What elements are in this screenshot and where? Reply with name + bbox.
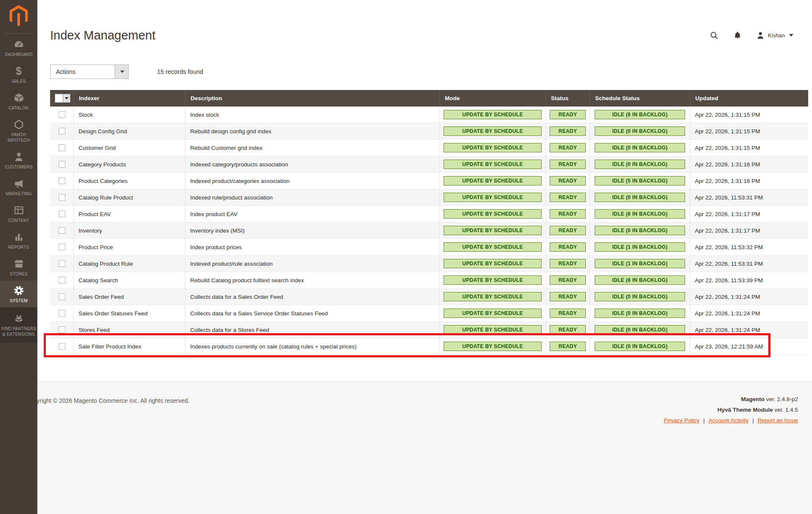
mode-badge: UPDATE BY SCHEDULE: [444, 242, 542, 252]
schedule-status-badge: IDLE (0 IN BACKLOG): [595, 126, 685, 136]
reports-icon: [1, 231, 37, 243]
table-row: Sale Filter Product Index Indexes produc…: [50, 338, 808, 355]
row-checkbox[interactable]: [59, 144, 65, 151]
sidebar-item-system[interactable]: SYSTEM: [0, 281, 37, 307]
indexer-cell: Customer Grid: [73, 140, 185, 156]
row-checkbox[interactable]: [59, 277, 65, 284]
sidebar-item-catalog[interactable]: CATALOG: [0, 88, 37, 115]
status-badge: READY: [550, 325, 586, 334]
select-all-dropdown[interactable]: [55, 94, 70, 103]
table-header-row: Indexer Description Mode Status Schedule…: [50, 90, 808, 107]
row-checkbox[interactable]: [59, 227, 65, 234]
description-cell: Index product prices: [185, 239, 439, 255]
column-header-status[interactable]: Status: [545, 90, 590, 107]
column-header-updated[interactable]: Updated: [690, 90, 808, 107]
main-content: Index Management Kishan Actions 15 recor…: [37, 0, 812, 514]
sidebar-item-label: CONTENT: [1, 218, 37, 223]
table-row: Catalog Search Rebuild Catalog product f…: [50, 272, 808, 289]
index-management-grid: Indexer Description Mode Status Schedule…: [50, 90, 808, 355]
footer-link-account-activity[interactable]: Account Activity: [708, 417, 749, 424]
sidebar-item-marketing[interactable]: MARKETING: [0, 174, 37, 200]
column-header-indexer[interactable]: Indexer: [73, 90, 185, 107]
sidebar-item-customers[interactable]: CUSTOMERS: [0, 147, 37, 174]
column-header-mode[interactable]: Mode: [439, 90, 545, 107]
row-checkbox[interactable]: [59, 194, 65, 201]
status-badge: READY: [550, 193, 586, 202]
footer-links: Privacy Policy | Account Activity | Repo…: [664, 415, 798, 426]
row-checkbox[interactable]: [59, 310, 65, 317]
extensions-icon: [1, 313, 37, 324]
status-badge: READY: [550, 126, 586, 136]
table-row: Catalog Rule Product Indexed rule/produc…: [50, 189, 808, 206]
table-row: Sales Order Feed Collects data for a Sal…: [50, 289, 808, 305]
row-checkbox[interactable]: [59, 177, 65, 184]
select-all-checkbox[interactable]: [55, 94, 63, 102]
actions-dropdown-arrow[interactable]: [115, 65, 128, 79]
system-icon: [1, 285, 37, 296]
footer-link-privacy-policy[interactable]: Privacy Policy: [664, 417, 700, 424]
caret-down-icon: [789, 34, 793, 37]
description-cell: Indexes products currently on sale (cata…: [185, 338, 439, 354]
mode-badge: UPDATE BY SCHEDULE: [444, 259, 542, 268]
table-row: Design Config Grid Rebuild design config…: [50, 123, 808, 140]
sidebar-item-content[interactable]: CONTENT: [0, 200, 37, 227]
status-badge: READY: [550, 309, 586, 318]
sidebar-item-panth[interactable]: PANTH INFOTECH: [0, 115, 37, 147]
updated-cell: Apr 22, 2026, 11:53:31 PM: [690, 189, 808, 205]
updated-cell: Apr 22, 2026, 11:53:32 PM: [690, 239, 808, 255]
table-row: Product Price Index product prices UPDAT…: [50, 239, 808, 256]
user-name: Kishan: [768, 32, 785, 39]
status-badge: READY: [550, 110, 586, 119]
indexer-cell: Product Categories: [73, 173, 185, 189]
schedule-status-badge: IDLE (0 IN BACKLOG): [595, 160, 685, 169]
sidebar-item-sales[interactable]: $ SALES: [0, 61, 37, 88]
page-title: Index Management: [50, 28, 155, 42]
indexer-cell: Catalog Product Rule: [73, 256, 185, 272]
row-checkbox[interactable]: [59, 293, 65, 300]
magento-logo[interactable]: [0, 0, 37, 28]
table-row: Category Products Indexed category/produ…: [50, 156, 808, 173]
updated-cell: Apr 22, 2026, 11:53:39 PM: [690, 272, 808, 288]
indexer-cell: Catalog Search: [73, 272, 185, 288]
sidebar-item-stores[interactable]: STORES: [0, 254, 37, 281]
customers-icon: [1, 151, 37, 163]
footer-link-report-an-issue[interactable]: Report an Issue: [758, 417, 798, 424]
status-badge: READY: [550, 259, 586, 268]
row-checkbox[interactable]: [59, 111, 65, 118]
row-checkbox[interactable]: [59, 128, 65, 135]
notifications-icon[interactable]: [733, 31, 742, 40]
indexer-cell: Sales Order Feed: [73, 289, 185, 305]
select-all-arrow[interactable]: [63, 94, 70, 102]
mode-badge: UPDATE BY SCHEDULE: [444, 325, 542, 334]
stores-icon: [1, 258, 37, 270]
row-checkbox[interactable]: [59, 260, 65, 267]
description-cell: Inventory index (MSI): [185, 222, 439, 239]
actions-dropdown[interactable]: Actions: [50, 65, 129, 79]
updated-cell: Apr 22, 2026, 11:53:31 PM: [690, 256, 808, 272]
table-row: Stores Feed Collects data for a Stores F…: [50, 322, 808, 338]
row-checkbox[interactable]: [59, 326, 65, 333]
row-checkbox[interactable]: [59, 211, 65, 217]
indexer-cell: Product EAV: [73, 206, 185, 222]
row-checkbox[interactable]: [59, 244, 65, 250]
updated-cell: Apr 22, 2026, 1:31:17 PM: [690, 206, 808, 222]
mode-badge: UPDATE BY SCHEDULE: [444, 309, 542, 318]
status-badge: READY: [550, 176, 586, 185]
panth-infotech-icon: [1, 119, 37, 130]
column-header-description[interactable]: Description: [185, 90, 439, 107]
mode-badge: UPDATE BY SCHEDULE: [444, 193, 542, 202]
description-cell: Indexed product/rule association: [185, 256, 439, 272]
sidebar-item-label: CUSTOMERS: [1, 164, 37, 170]
row-checkbox[interactable]: [59, 343, 65, 350]
table-row: Product Categories Indexed product/categ…: [50, 173, 808, 189]
sidebar-item-find[interactable]: FIND PARTNERS & EXTENSIONS: [0, 307, 37, 343]
sidebar-item-dashboard[interactable]: DASHBOARD: [0, 34, 37, 61]
updated-cell: Apr 22, 2026, 1:31:24 PM: [690, 289, 808, 305]
row-checkbox[interactable]: [59, 161, 65, 168]
column-header-schedule-status[interactable]: Schedule Status: [590, 90, 690, 107]
user-menu[interactable]: Kishan: [756, 31, 793, 39]
schedule-status-badge: IDLE (0 IN BACKLOG): [595, 143, 685, 152]
sidebar-item-reports[interactable]: REPORTS: [0, 227, 37, 254]
footer-link-separator: |: [751, 417, 756, 424]
search-icon[interactable]: [710, 31, 719, 40]
